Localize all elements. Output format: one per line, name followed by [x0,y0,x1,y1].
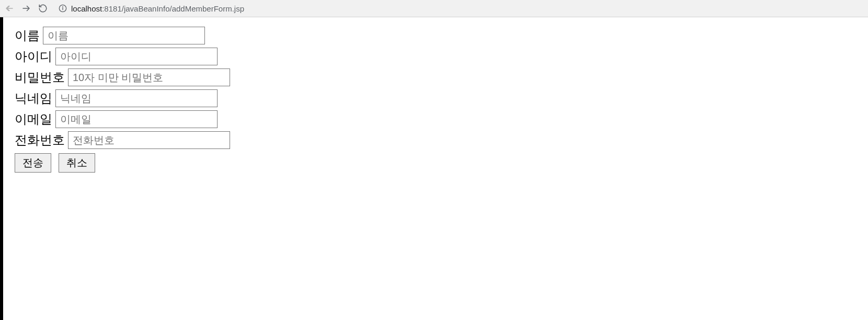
input-phone[interactable] [68,131,230,149]
input-email[interactable] [55,110,218,128]
svg-point-4 [63,6,63,7]
browser-toolbar: localhost:8181/javaBeanInfo/addMemberFor… [0,0,868,17]
reload-icon[interactable] [38,3,48,14]
address-bar[interactable]: localhost:8181/javaBeanInfo/addMemberFor… [54,4,864,13]
submit-button[interactable]: 전송 [15,153,51,173]
cancel-button[interactable]: 취소 [59,153,95,173]
info-icon [59,4,67,13]
form-row-name: 이름 [15,27,856,44]
label-name: 이름 [15,27,40,44]
url-rest: :8181/javaBeanInfo/addMemberForm.jsp [102,4,244,13]
label-password: 비밀번호 [15,69,65,86]
label-email: 이메일 [15,111,52,128]
label-phone: 전화번호 [15,132,65,148]
input-nickname[interactable] [55,89,218,107]
form-row-phone: 전화번호 [15,131,856,149]
url-host: localhost [71,4,102,13]
forward-icon[interactable] [21,3,31,14]
input-name[interactable] [43,27,205,44]
input-id[interactable] [55,48,218,65]
form-row-email: 이메일 [15,110,856,128]
form-row-id: 아이디 [15,48,856,65]
url-text: localhost:8181/javaBeanInfo/addMemberFor… [71,4,244,13]
form-row-nickname: 닉네임 [15,89,856,107]
form-row-password: 비밀번호 [15,68,856,86]
input-password[interactable] [68,68,230,86]
label-nickname: 닉네임 [15,90,52,107]
back-icon[interactable] [4,3,15,14]
page-content: 이름 아이디 비밀번호 닉네임 이메일 전화번호 전송 취소 [0,17,868,320]
label-id: 아이디 [15,48,52,65]
button-row: 전송 취소 [15,153,856,173]
